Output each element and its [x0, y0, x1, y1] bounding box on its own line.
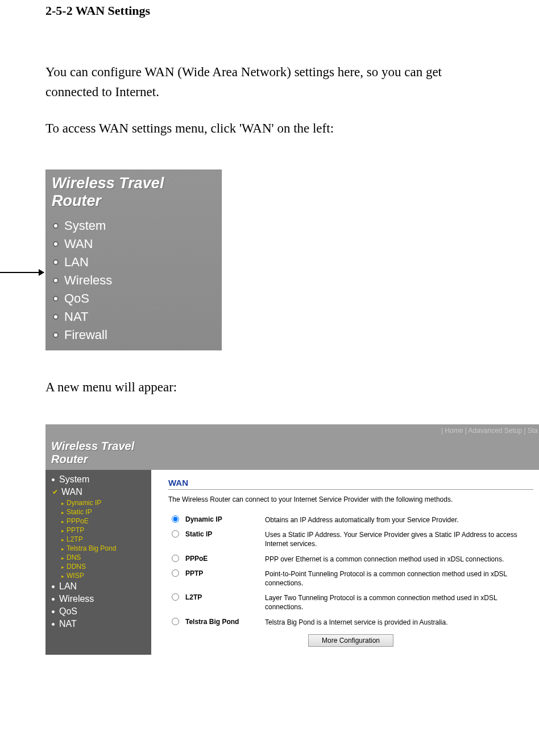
sidebar-item-label: WAN — [61, 487, 82, 497]
radio-telstra[interactable] — [172, 618, 179, 625]
bullet-icon — [51, 585, 55, 589]
main-content: WAN The Wireless Router can connect to y… — [151, 470, 539, 655]
sidebar-item-lan[interactable]: LAN — [46, 253, 221, 271]
bullet-icon — [51, 478, 55, 482]
option-desc: Uses a Static IP Address. Your Service P… — [265, 530, 533, 548]
sidebar-item-label: Wireless — [64, 273, 112, 288]
sidebar-item-label: NAT — [59, 619, 77, 629]
router-title: Wireless Travel Router — [46, 170, 221, 213]
wan-option-pptp: PPTP Point-to-Point Tunneling Protocol i… — [168, 567, 533, 590]
sidebar-item-label: QoS — [64, 291, 89, 306]
bullet-icon — [51, 610, 55, 614]
intro-paragraph-3: A new menu will appear: — [45, 378, 494, 398]
option-name: PPTP — [185, 569, 265, 577]
pointer-arrow — [0, 272, 44, 273]
sidebar-item-firewall[interactable]: Firewall — [46, 326, 221, 344]
router-header: Wireless Travel Router — [45, 437, 539, 470]
check-icon: ✔ — [51, 489, 59, 495]
sidebar-sub-dynamic-ip[interactable]: Dynamic IP — [45, 498, 151, 507]
router-title-line1: Wireless Travel — [52, 175, 164, 192]
bullet-icon — [53, 241, 59, 247]
sidebar-item-qos[interactable]: QoS — [45, 605, 151, 618]
sidebar-item-wireless[interactable]: Wireless — [46, 271, 221, 290]
radio-static-ip[interactable] — [172, 530, 179, 538]
wan-option-l2tp: L2TP Layer Two Tunneling Protocol is a c… — [168, 590, 533, 614]
wan-option-dynamic-ip: Dynamic IP Obtains an IP Address automat… — [168, 513, 533, 527]
sidebar-sub-ddns[interactable]: DDNS — [45, 562, 151, 571]
option-name: L2TP — [185, 593, 265, 601]
divider — [168, 489, 533, 490]
option-desc: Obtains an IP Address automatically from… — [265, 515, 533, 524]
sidebar-sub-pppoe[interactable]: PPPoE — [45, 517, 151, 526]
router-header-line2: Router — [51, 453, 88, 465]
sidebar-item-label: System — [59, 474, 89, 485]
option-name: Dynamic IP — [185, 515, 265, 523]
router-header-line1: Wireless Travel — [51, 440, 134, 452]
bullet-icon — [53, 332, 59, 338]
more-configuration-button[interactable]: More Configuration — [308, 634, 393, 647]
sidebar-item-wan[interactable]: WAN — [46, 235, 221, 253]
option-desc: Layer Two Tunneling Protocol is a common… — [265, 593, 533, 612]
wan-options-table: Dynamic IP Obtains an IP Address automat… — [168, 513, 533, 630]
sidebar-sub-pptp[interactable]: PPTP — [45, 526, 151, 535]
option-desc: PPP over Ethernet is a common connection… — [265, 555, 533, 564]
sidebar-item-wireless[interactable]: Wireless — [45, 593, 151, 605]
sidebar-sub-static-ip[interactable]: Static IP — [45, 507, 151, 517]
wan-option-pppoe: PPPoE PPP over Ethernet is a common conn… — [168, 552, 533, 567]
radio-pppoe[interactable] — [172, 555, 179, 562]
option-name: Static IP — [185, 530, 265, 538]
sidebar-item-label: Firewall — [64, 328, 107, 342]
bullet-icon — [51, 597, 55, 601]
sidebar-item-label: Wireless — [59, 594, 94, 604]
radio-dynamic-ip[interactable] — [172, 515, 179, 523]
option-desc: Telstra Big Pond is a Internet service i… — [265, 618, 533, 627]
router-title-line2: Router — [52, 192, 101, 209]
option-name: Telstra Big Pond — [185, 618, 265, 626]
bullet-icon — [51, 622, 55, 626]
sidebar-sub-l2tp[interactable]: L2TP — [45, 535, 151, 544]
figure-sidebar-menu: Wireless Travel Router System WAN LAN Wi… — [45, 170, 222, 350]
bullet-icon — [53, 314, 59, 320]
option-name: PPPoE — [185, 555, 265, 563]
sidebar-sub-dns[interactable]: DNS — [45, 553, 151, 562]
sidebar-item-nat[interactable]: NAT — [46, 308, 221, 326]
sidebar-item-system[interactable]: System — [45, 473, 151, 486]
sidebar: System ✔WAN Dynamic IP Static IP PPPoE P… — [45, 470, 151, 655]
sidebar-item-wan-selected[interactable]: ✔WAN — [45, 486, 151, 498]
sidebar-item-lan[interactable]: LAN — [45, 580, 151, 593]
sidebar-item-label: LAN — [59, 581, 77, 592]
bullet-icon — [53, 278, 59, 283]
sidebar-item-qos[interactable]: QoS — [46, 290, 221, 308]
sidebar-list: System WAN LAN Wireless QoS NAT Firewall — [46, 213, 221, 350]
wan-option-telstra: Telstra Big Pond Telstra Big Pond is a I… — [168, 615, 533, 630]
figure-wan-page: | Home | Adavanced Setup | Sta Wireless … — [45, 424, 539, 655]
wan-title: WAN — [168, 478, 533, 488]
sidebar-item-label: LAN — [64, 255, 89, 270]
radio-pptp[interactable] — [172, 569, 179, 577]
top-links-bar: | Home | Adavanced Setup | Sta — [45, 424, 539, 437]
sidebar-item-nat[interactable]: NAT — [45, 618, 151, 630]
sidebar-sub-telstra[interactable]: Telstra Big Pond — [45, 544, 151, 553]
sidebar-item-system[interactable]: System — [46, 217, 221, 235]
bullet-icon — [53, 296, 59, 301]
section-heading: 2-5-2 WAN Settings — [45, 3, 494, 18]
sidebar-item-label: QoS — [59, 606, 77, 617]
option-desc: Point-to-Point Tunneling Protocol is a c… — [265, 569, 533, 588]
intro-paragraph-2: To access WAN settings menu, click 'WAN'… — [45, 119, 494, 139]
sidebar-sub-wisp[interactable]: WISP — [45, 571, 151, 580]
wan-option-static-ip: Static IP Uses a Static IP Address. Your… — [168, 527, 533, 551]
wan-description: The Wireless Router can connect to your … — [168, 495, 533, 503]
sidebar-item-label: WAN — [64, 237, 93, 251]
bullet-icon — [53, 259, 59, 265]
intro-paragraph-1: You can configure WAN (Wide Area Network… — [45, 63, 494, 102]
sidebar-item-label: System — [64, 218, 106, 233]
radio-l2tp[interactable] — [172, 593, 179, 601]
bullet-icon — [53, 223, 59, 229]
sidebar-item-label: NAT — [64, 309, 88, 324]
